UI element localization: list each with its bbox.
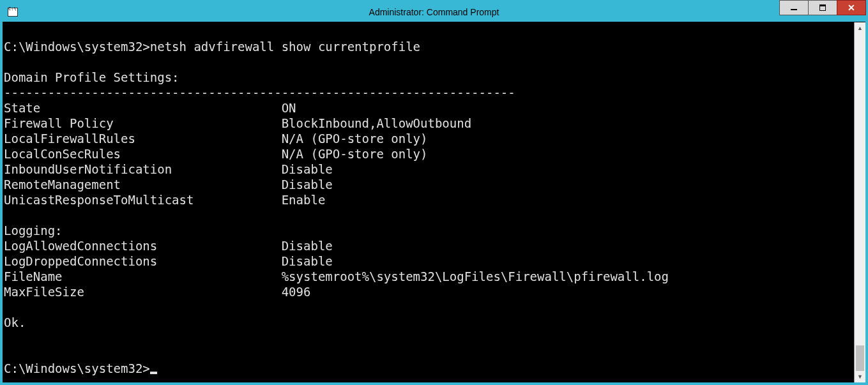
close-icon: ✕ [848, 3, 855, 13]
vertical-scrollbar[interactable]: ▲ ▼ [854, 22, 865, 382]
scroll-up-button[interactable]: ▲ [855, 22, 865, 34]
scroll-thumb[interactable] [856, 345, 864, 371]
maximize-icon [819, 4, 826, 11]
window-controls: ✕ [779, 3, 865, 22]
command-prompt-window: Administrator: Command Prompt ✕ C:\Windo… [0, 0, 868, 385]
maximize-button[interactable] [808, 0, 837, 15]
terminal-output[interactable]: C:\Windows\system32>netsh advfirewall sh… [3, 22, 854, 382]
cmd-icon [8, 8, 18, 17]
close-button[interactable]: ✕ [837, 0, 866, 15]
minimize-button[interactable] [779, 0, 809, 15]
client-area: C:\Windows\system32>netsh advfirewall sh… [3, 22, 865, 382]
window-title: Administrator: Command Prompt [369, 7, 499, 17]
titlebar[interactable]: Administrator: Command Prompt ✕ [3, 3, 865, 22]
scroll-track[interactable] [855, 34, 865, 371]
scroll-down-button[interactable]: ▼ [855, 371, 865, 382]
minimize-icon [791, 9, 797, 10]
cursor [150, 372, 157, 374]
